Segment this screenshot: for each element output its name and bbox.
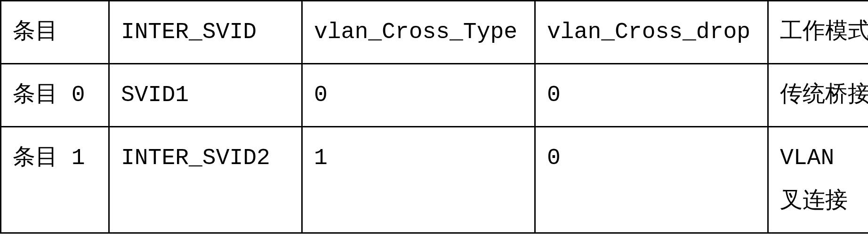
cell-vlan-cross-drop-1: 0 <box>535 127 768 233</box>
header-work-mode: 工作模式 <box>768 1 868 64</box>
cell-inter-svid-0: SVID1 <box>109 64 302 127</box>
cell-vlan-cross-drop-0: 0 <box>535 64 768 127</box>
header-inter-svid: INTER_SVID <box>109 1 302 64</box>
header-entry: 条目 <box>1 1 109 64</box>
cell-work-mode-1: VLAN 交 叉连接 <box>768 127 868 233</box>
table-row: 条目 0 SVID1 0 0 传统桥接 <box>1 64 868 127</box>
cell-vlan-cross-type-1: 1 <box>302 127 535 233</box>
cell-inter-svid-1: INTER_SVID2 <box>109 127 302 233</box>
vlan-config-table: 条目 INTER_SVID vlan_Cross_Type vlan_Cross… <box>0 0 868 234</box>
work-mode-1-line2: 叉连接 <box>780 180 868 223</box>
cell-entry-0: 条目 0 <box>1 64 109 127</box>
header-vlan-cross-type: vlan_Cross_Type <box>302 1 535 64</box>
cell-entry-1: 条目 1 <box>1 127 109 233</box>
table-header-row: 条目 INTER_SVID vlan_Cross_Type vlan_Cross… <box>1 1 868 64</box>
work-mode-1-line1: VLAN 交 <box>780 137 868 180</box>
table-row: 条目 1 INTER_SVID2 1 0 VLAN 交 叉连接 <box>1 127 868 233</box>
cell-vlan-cross-type-0: 0 <box>302 64 535 127</box>
header-vlan-cross-drop: vlan_Cross_drop <box>535 1 768 64</box>
cell-work-mode-0: 传统桥接 <box>768 64 868 127</box>
